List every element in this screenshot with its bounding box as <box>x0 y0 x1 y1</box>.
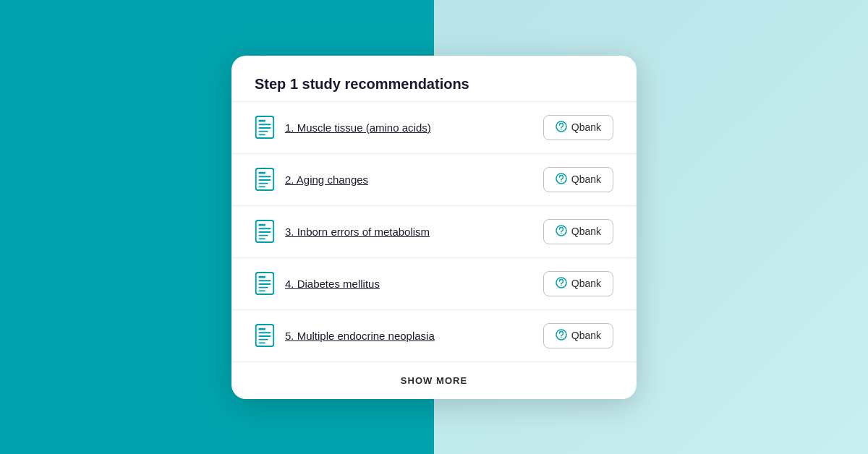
svg-rect-12 <box>259 183 268 184</box>
svg-point-23 <box>561 233 562 234</box>
svg-rect-21 <box>259 238 265 239</box>
items-list: 1. Muscle tissue (amino acids) Qbank <box>255 102 613 361</box>
qbank-label-3: Qbank <box>571 278 601 289</box>
document-icon <box>255 168 275 191</box>
item-left-2: 3. Inborn errors of metabolism <box>255 220 430 243</box>
item-left-3: 4. Diabetes mellitus <box>255 272 380 295</box>
qbank-label-2: Qbank <box>571 226 601 237</box>
qbank-label-0: Qbank <box>571 121 601 133</box>
list-item: 3. Inborn errors of metabolism Qbank <box>255 206 613 257</box>
document-icon <box>255 116 275 139</box>
qbank-icon-0 <box>556 121 567 134</box>
svg-rect-35 <box>259 335 271 337</box>
item-label-3[interactable]: 4. Diabetes mellitus <box>285 278 380 290</box>
document-icon <box>255 272 275 295</box>
document-icon <box>255 324 275 347</box>
svg-rect-11 <box>259 179 271 181</box>
svg-rect-20 <box>259 235 268 236</box>
svg-point-39 <box>561 337 562 338</box>
svg-rect-3 <box>259 127 271 129</box>
card-title: Step 1 study recommendations <box>255 76 613 93</box>
list-item: 1. Muscle tissue (amino acids) Qbank <box>255 102 613 153</box>
qbank-button-4[interactable]: Qbank <box>543 323 613 348</box>
item-left-0: 1. Muscle tissue (amino acids) <box>255 116 431 139</box>
qbank-label-1: Qbank <box>571 174 601 185</box>
svg-rect-18 <box>259 228 271 229</box>
svg-rect-25 <box>259 276 265 278</box>
svg-rect-10 <box>259 176 271 177</box>
svg-rect-19 <box>259 231 271 233</box>
item-left-4: 5. Multiple endocrine neoplasia <box>255 324 435 347</box>
qbank-icon-4 <box>556 329 567 343</box>
item-left-1: 2. Aging changes <box>255 168 368 191</box>
svg-rect-2 <box>259 124 271 125</box>
qbank-button-0[interactable]: Qbank <box>543 115 613 140</box>
item-label-2[interactable]: 3. Inborn errors of metabolism <box>285 226 430 238</box>
item-label-0[interactable]: 1. Muscle tissue (amino acids) <box>285 121 431 134</box>
qbank-button-2[interactable]: Qbank <box>543 219 613 244</box>
svg-rect-17 <box>259 224 265 226</box>
qbank-button-1[interactable]: Qbank <box>543 167 613 192</box>
qbank-icon-3 <box>556 277 567 291</box>
svg-rect-33 <box>259 328 265 330</box>
svg-point-15 <box>561 181 562 182</box>
svg-rect-13 <box>259 186 265 187</box>
svg-point-31 <box>561 285 562 286</box>
svg-rect-37 <box>259 342 265 343</box>
svg-rect-29 <box>259 290 265 291</box>
svg-rect-26 <box>259 280 271 281</box>
svg-rect-28 <box>259 287 268 288</box>
qbank-button-3[interactable]: Qbank <box>543 271 613 296</box>
qbank-icon-1 <box>556 173 567 187</box>
svg-rect-1 <box>259 120 265 122</box>
svg-rect-34 <box>259 332 271 333</box>
qbank-icon-2 <box>556 225 567 239</box>
svg-point-7 <box>561 129 562 130</box>
list-item: 2. Aging changes Qbank <box>255 154 613 205</box>
svg-rect-27 <box>259 283 271 285</box>
list-item: 4. Diabetes mellitus Qbank <box>255 258 613 309</box>
item-label-1[interactable]: 2. Aging changes <box>285 174 368 186</box>
svg-rect-5 <box>259 134 265 135</box>
qbank-label-4: Qbank <box>571 330 601 341</box>
svg-rect-9 <box>259 172 265 174</box>
svg-rect-4 <box>259 131 268 132</box>
item-label-4[interactable]: 5. Multiple endocrine neoplasia <box>285 330 435 342</box>
show-more-button[interactable]: SHOW MORE <box>255 362 613 399</box>
list-item: 5. Multiple endocrine neoplasia Qbank <box>255 310 613 361</box>
recommendations-card: Step 1 study recommendations 1. Muscle t… <box>231 56 637 399</box>
svg-rect-36 <box>259 339 268 340</box>
document-icon <box>255 220 275 243</box>
